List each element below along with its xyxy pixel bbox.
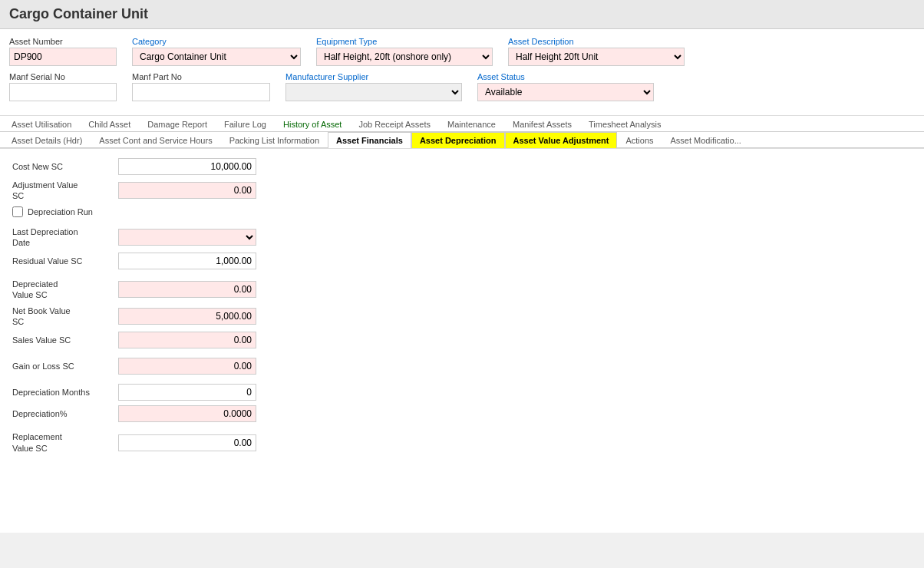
depreciated-value-sc-row: DepreciatedValue SC — [12, 279, 912, 301]
depreciation-percent-row: Depreciation% — [12, 405, 912, 422]
equipment-type-label: Equipment Type — [316, 37, 493, 46]
tab-timesheet-analysis[interactable]: Timesheet Analysis — [580, 116, 669, 132]
replacement-value-sc-input[interactable] — [118, 434, 256, 451]
depreciation-run-label: Depreciation Run — [28, 207, 93, 216]
manf-serial-label: Manf Serial No — [9, 72, 117, 81]
tab-maintenance[interactable]: Maintenance — [439, 116, 504, 132]
depreciated-value-sc-input[interactable] — [118, 281, 256, 298]
tab-failure-log[interactable]: Failure Log — [216, 116, 275, 132]
depreciation-run-row: Depreciation Run — [12, 206, 912, 217]
asset-status-group: Asset Status Available — [477, 72, 654, 101]
gain-or-loss-sc-label: Gain or Loss SC — [12, 362, 112, 371]
manf-serial-input[interactable] — [9, 83, 117, 101]
asset-status-select[interactable]: Available — [477, 83, 654, 101]
manf-part-input[interactable] — [132, 83, 270, 101]
manufacturer-group: Manufacturer Supplier — [285, 72, 462, 101]
tab-asset-depreciation[interactable]: Asset Depreciation — [411, 132, 505, 148]
tab-asset-value-adjustment[interactable]: Asset Value Adjustment — [505, 132, 618, 148]
tab-damage-report[interactable]: Damage Report — [139, 116, 216, 132]
category-link[interactable]: Category — [132, 37, 167, 46]
asset-status-link[interactable]: Asset Status — [477, 72, 525, 81]
last-depreciation-date-row: Last DepreciationDate — [12, 226, 912, 249]
manufacturer-link[interactable]: Manufacturer Supplier — [285, 72, 368, 81]
depreciation-percent-input[interactable] — [118, 405, 256, 422]
header-bar: Cargo Container Unit — [0, 0, 924, 29]
adjustment-value-sc-row: Adjustment ValueSC — [12, 180, 912, 202]
gain-or-loss-sc-input[interactable] — [118, 358, 256, 375]
net-book-value-sc-row: Net Book ValueSC — [12, 305, 912, 328]
tab-asset-financials[interactable]: Asset Financials — [328, 132, 411, 148]
tab-asset-modification[interactable]: Asset Modificatio... — [662, 132, 750, 148]
category-label: Category — [132, 37, 301, 46]
manf-part-label: Manf Part No — [132, 72, 270, 81]
cost-new-sc-label: Cost New SC — [12, 162, 112, 171]
equipment-type-select[interactable]: Half Height, 20ft (onshore only) — [316, 48, 493, 66]
page-title: Cargo Container Unit — [9, 6, 148, 21]
tab-actions[interactable]: Actions — [617, 132, 662, 148]
asset-status-label: Asset Status — [477, 72, 654, 81]
tabs-row-2: Asset Details (Hdr) Asset Cont and Servi… — [0, 132, 924, 148]
depreciation-months-row: Depreciation Months — [12, 384, 912, 401]
top-form: Asset Number Category Cargo Container Un… — [0, 29, 924, 116]
asset-description-link[interactable]: Asset Description — [508, 37, 574, 46]
depreciation-months-label: Depreciation Months — [12, 388, 112, 397]
tab-history-of-asset[interactable]: History of Asset — [275, 116, 350, 132]
tab-job-receipt-assets[interactable]: Job Receipt Assets — [350, 116, 439, 132]
asset-description-select[interactable]: Half Height 20ft Unit — [508, 48, 685, 66]
manf-serial-group: Manf Serial No — [9, 72, 117, 101]
residual-value-sc-row: Residual Value SC — [12, 253, 912, 269]
asset-number-input[interactable] — [9, 48, 117, 66]
net-book-value-sc-input[interactable] — [118, 308, 256, 325]
form-row-1: Asset Number Category Cargo Container Un… — [9, 37, 915, 66]
manufacturer-select[interactable] — [285, 83, 462, 101]
tabs-row-1: Asset Utilisation Child Asset Damage Rep… — [0, 116, 924, 132]
asset-number-label: Asset Number — [9, 37, 117, 46]
depreciation-run-checkbox[interactable] — [12, 206, 23, 217]
manufacturer-label: Manufacturer Supplier — [285, 72, 462, 81]
replacement-value-sc-row: ReplacementValue SC — [12, 431, 912, 454]
category-select[interactable]: Cargo Container Unit — [132, 48, 301, 66]
tab-asset-utilisation[interactable]: Asset Utilisation — [3, 116, 80, 132]
asset-description-group: Asset Description Half Height 20ft Unit — [508, 37, 685, 66]
asset-number-group: Asset Number — [9, 37, 117, 66]
depreciation-months-input[interactable] — [118, 384, 256, 401]
category-group: Category Cargo Container Unit — [132, 37, 301, 66]
tab-manifest-assets[interactable]: Manifest Assets — [504, 116, 580, 132]
sales-value-sc-label: Sales Value SC — [12, 335, 112, 345]
tabs-container: Asset Utilisation Child Asset Damage Rep… — [0, 116, 924, 149]
tab-asset-cont-service-hours[interactable]: Asset Cont and Service Hours — [91, 132, 220, 148]
asset-description-label: Asset Description — [508, 37, 685, 46]
gain-or-loss-sc-row: Gain or Loss SC — [12, 358, 912, 375]
cost-new-sc-input[interactable] — [118, 158, 256, 175]
equipment-type-group: Equipment Type Half Height, 20ft (onshor… — [316, 37, 493, 66]
tab-child-asset[interactable]: Child Asset — [80, 116, 139, 132]
form-row-2: Manf Serial No Manf Part No Manufacturer… — [9, 72, 915, 101]
net-book-value-sc-label: Net Book ValueSC — [12, 305, 112, 328]
residual-value-sc-input[interactable] — [118, 253, 256, 269]
equipment-type-link[interactable]: Equipment Type — [316, 37, 377, 46]
replacement-value-sc-label: ReplacementValue SC — [12, 431, 112, 454]
content-area: Cost New SC Adjustment ValueSC Depreciat… — [0, 149, 924, 533]
tab-asset-details-hdr[interactable]: Asset Details (Hdr) — [3, 132, 91, 148]
depreciated-value-sc-label: DepreciatedValue SC — [12, 279, 112, 301]
adjustment-value-sc-input[interactable] — [118, 182, 256, 199]
sales-value-sc-input[interactable] — [118, 332, 256, 348]
cost-new-sc-row: Cost New SC — [12, 158, 912, 175]
last-depreciation-date-label: Last DepreciationDate — [12, 226, 112, 249]
tab-packing-list-info[interactable]: Packing List Information — [221, 132, 328, 148]
adjustment-value-sc-label: Adjustment ValueSC — [12, 180, 112, 202]
residual-value-sc-label: Residual Value SC — [12, 256, 112, 266]
sales-value-sc-row: Sales Value SC — [12, 332, 912, 348]
depreciation-percent-label: Depreciation% — [12, 409, 112, 418]
last-depreciation-date-select[interactable] — [118, 229, 256, 246]
manf-part-group: Manf Part No — [132, 72, 270, 101]
